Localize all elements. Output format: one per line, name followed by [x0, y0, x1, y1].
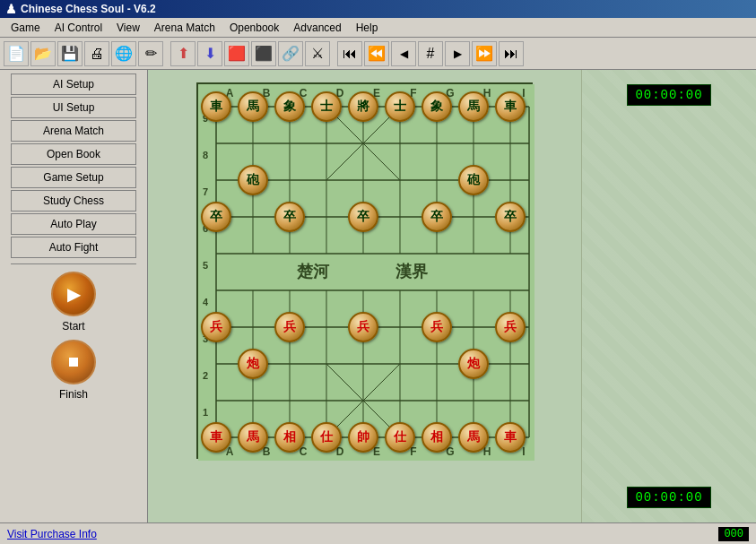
titlebar: ♟ Chinese Chess Soul - V6.2 [0, 0, 756, 18]
piece-red-soldier-a[interactable]: 兵 [201, 312, 231, 342]
menu-advanced[interactable]: Advanced [286, 20, 348, 36]
right-panel: 00:00:00 00:00:00 [581, 70, 756, 522]
toolbar-btn-15[interactable]: # [418, 41, 443, 66]
toolbar-btn-8[interactable]: 🟥 [224, 41, 249, 66]
svg-text:5: 5 [203, 260, 208, 271]
piece-red-soldier-i[interactable]: 兵 [495, 312, 526, 342]
svg-text:2: 2 [203, 370, 208, 381]
toolbar-btn-7[interactable]: ⬇ [197, 41, 222, 66]
piece-black-rook-left[interactable]: 車 [201, 91, 231, 122]
sidebar-btn-arena-match[interactable]: Arena Match [11, 120, 136, 142]
board-svg: A B C D E F G H I A B C D E [198, 84, 534, 461]
piece-red-horse-left[interactable]: 馬 [238, 422, 268, 453]
piece-red-rook-right[interactable]: 車 [495, 422, 526, 453]
board-area: A B C D E F G H I A B C D E [148, 70, 581, 522]
piece-red-king[interactable]: 帥 [348, 422, 378, 453]
piece-red-horse-right[interactable]: 馬 [458, 422, 489, 453]
piece-black-horse-left[interactable]: 馬 [238, 91, 268, 122]
menu-arena-match[interactable]: Arena Match [147, 20, 222, 36]
toolbar-btn-14[interactable]: ◀ [391, 41, 416, 66]
toolbar-btn-10[interactable]: 🔗 [278, 41, 303, 66]
piece-black-elephant-left[interactable]: 象 [274, 91, 305, 122]
piece-black-horse-right[interactable]: 馬 [458, 91, 489, 122]
toolbar-btn-9[interactable]: ⬛ [251, 41, 276, 66]
piece-black-pawn-i[interactable]: 卒 [495, 202, 526, 232]
svg-text:楚河: 楚河 [297, 263, 330, 281]
sidebar-btn-ai-setup[interactable]: AI Setup [11, 73, 136, 95]
piece-black-cannon-right[interactable]: 砲 [458, 165, 489, 195]
app-title: Chinese Chess Soul - V6.2 [21, 3, 156, 15]
piece-black-pawn-c[interactable]: 卒 [274, 202, 305, 232]
sidebar-btn-auto-play[interactable]: Auto Play [11, 213, 136, 235]
piece-red-soldier-e[interactable]: 兵 [348, 312, 378, 342]
menubar: GameAI ControlViewArena MatchOpenbookAdv… [0, 18, 756, 38]
piece-black-elephant-right[interactable]: 象 [421, 91, 452, 122]
toolbar-btn-4[interactable]: 🌐 [111, 41, 136, 66]
timer-top: 00:00:00 [627, 84, 710, 106]
toolbar: 📄📂💾🖨🌐✏⬆⬇🟥⬛🔗⚔⏮⏪◀#▶⏩⏭ [0, 38, 756, 70]
menu-ai-control[interactable]: AI Control [48, 20, 109, 36]
piece-red-soldier-c[interactable]: 兵 [274, 312, 305, 342]
piece-black-rook-right[interactable]: 車 [495, 91, 526, 122]
piece-black-advisor-left[interactable]: 士 [311, 91, 342, 122]
toolbar-btn-5[interactable]: ✏ [138, 41, 163, 66]
piece-red-advisor-left[interactable]: 仕 [311, 422, 342, 453]
svg-text:7: 7 [203, 186, 208, 197]
start-label: Start [62, 320, 84, 332]
toolbar-btn-2[interactable]: 💾 [57, 41, 83, 66]
sidebar-btn-auto-fight[interactable]: Auto Fight [11, 237, 136, 258]
toolbar-btn-6[interactable]: ⬆ [170, 41, 196, 66]
toolbar-btn-3[interactable]: 🖨 [84, 41, 109, 66]
piece-red-elephant-right[interactable]: 相 [421, 422, 452, 453]
sidebar-btn-ui-setup[interactable]: UI Setup [11, 97, 136, 118]
board-wrapper: A B C D E F G H I A B C D E [187, 75, 542, 466]
piece-black-pawn-g[interactable]: 卒 [421, 202, 452, 232]
timer-bottom: 00:00:00 [627, 487, 710, 508]
sidebar-btn-study-chess[interactable]: Study Chess [11, 190, 136, 212]
piece-red-cannon-right[interactable]: 炮 [458, 349, 489, 379]
statusbar: Visit Purchase Info 000 [0, 522, 756, 544]
piece-black-king[interactable]: 將 [348, 91, 378, 122]
svg-text:4: 4 [203, 297, 209, 307]
piece-red-advisor-right[interactable]: 仕 [385, 422, 415, 453]
sidebar-divider [11, 263, 136, 264]
svg-text:漢界: 漢界 [395, 263, 429, 281]
sidebar: AI SetupUI SetupArena MatchOpen BookGame… [0, 70, 148, 522]
piece-red-rook-left[interactable]: 車 [201, 422, 231, 453]
toolbar-btn-11[interactable]: ⚔ [305, 41, 330, 66]
sidebar-btn-open-book[interactable]: Open Book [11, 143, 136, 165]
board-container: A B C D E F G H I A B C D E [187, 73, 542, 466]
toolbar-btn-0[interactable]: 📄 [4, 41, 29, 66]
svg-text:I: I [522, 445, 525, 458]
finish-button[interactable]: ⏹ [51, 340, 96, 384]
menu-view[interactable]: View [109, 20, 147, 36]
svg-text:1: 1 [203, 407, 208, 418]
menu-help[interactable]: Help [349, 20, 386, 36]
chess-board: A B C D E F G H I A B C D E [196, 82, 533, 459]
toolbar-btn-12[interactable]: ⏮ [337, 41, 362, 66]
piece-black-advisor-right[interactable]: 士 [385, 91, 415, 122]
menu-game[interactable]: Game [4, 20, 48, 36]
toolbar-btn-17[interactable]: ⏩ [472, 41, 497, 66]
status-counter: 000 [718, 527, 749, 541]
svg-text:8: 8 [203, 150, 208, 160]
piece-black-pawn-a[interactable]: 卒 [201, 202, 231, 232]
main-area: AI SetupUI SetupArena MatchOpen BookGame… [0, 70, 756, 522]
toolbar-btn-18[interactable]: ⏭ [499, 41, 524, 66]
start-button[interactable]: ▶ [51, 272, 96, 316]
piece-black-cannon-left[interactable]: 砲 [238, 165, 268, 195]
piece-red-elephant-left[interactable]: 相 [274, 422, 305, 453]
toolbar-btn-13[interactable]: ⏪ [364, 41, 389, 66]
piece-red-cannon-left[interactable]: 炮 [238, 349, 268, 379]
piece-red-soldier-g[interactable]: 兵 [421, 312, 452, 342]
purchase-link[interactable]: Visit Purchase Info [7, 528, 97, 540]
app-icon: ♟ [5, 2, 17, 16]
toolbar-btn-1[interactable]: 📂 [30, 41, 56, 66]
menu-openbook[interactable]: Openbook [222, 20, 286, 36]
finish-section: ⏹Finish [48, 336, 100, 404]
piece-black-pawn-e[interactable]: 卒 [348, 202, 378, 232]
sidebar-btn-game-setup[interactable]: Game Setup [11, 167, 136, 188]
start-section: ▶Start [48, 268, 100, 336]
toolbar-btn-16[interactable]: ▶ [445, 41, 470, 66]
finish-label: Finish [59, 388, 88, 401]
